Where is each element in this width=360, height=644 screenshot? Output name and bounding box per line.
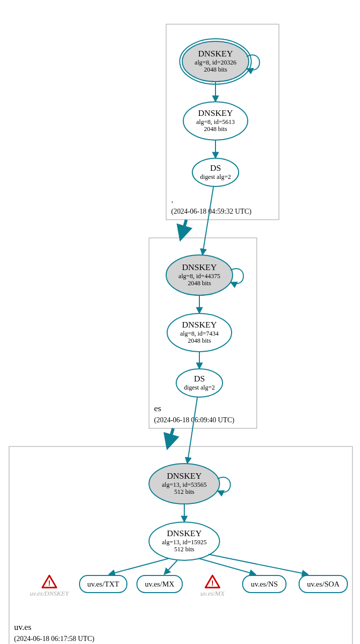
edge-record	[109, 558, 169, 574]
node-uv_ksk: DNSKEYalg=13, id=53565512 bits	[149, 464, 220, 504]
record-txt: uv.es/TXT	[80, 575, 127, 593]
record-label: uv.es/SOA	[307, 580, 340, 588]
node-title: DNSKEY	[182, 320, 217, 330]
node-root_ds: DSdigest alg=2	[192, 158, 239, 186]
node-title: DNSKEY	[198, 108, 233, 118]
edge-ds	[202, 186, 213, 255]
node-title: DS	[194, 374, 205, 383]
node-sub2: 2048 bits	[204, 125, 227, 133]
node-title: DNSKEY	[198, 49, 233, 58]
node-es_ksk: DNSKEYalg=8, id=443752048 bits	[166, 255, 233, 295]
zone-timestamp: (2024-06-18 04:59:32 UTC)	[171, 208, 252, 216]
node-title: DNSKEY	[182, 263, 217, 272]
node-es_ds: DSdigest alg=2	[176, 369, 223, 397]
zone-name: .	[171, 195, 173, 205]
node-title: DNSKEY	[167, 529, 202, 538]
warn-dnskey: !uv.es/DNSKEY	[30, 575, 69, 597]
record-label: uv.es/TXT	[87, 580, 119, 588]
edge-record	[208, 554, 308, 574]
edge-record	[198, 558, 256, 574]
zone-name: uv.es	[14, 622, 31, 632]
node-sub2: 2048 bits	[204, 66, 227, 73]
svg-text:!: !	[48, 578, 51, 587]
record-mx: uv.es/MX	[137, 575, 182, 593]
node-root_ksk: DNSKEYalg=8, id=203262048 bits	[180, 39, 251, 84]
dnssec-diagram: .(2024-06-18 04:59:32 UTC)es(2024-06-18 …	[0, 0, 360, 644]
warning-label: uv.es/MX	[200, 590, 225, 597]
edge-record	[164, 560, 177, 574]
node-sub2: 2048 bits	[188, 280, 211, 287]
edge-zone	[181, 220, 186, 237]
node-sub2: 2048 bits	[188, 337, 211, 344]
node-root_zsk: DNSKEYalg=8, id=56132048 bits	[183, 102, 248, 140]
node-sub1: alg=13, id=15925	[162, 539, 206, 546]
node-sub1: alg=8, id=5613	[196, 118, 235, 125]
node-sub1: alg=8, id=20326	[195, 59, 237, 66]
node-sub1: digest alg=2	[200, 173, 231, 180]
node-sub2: 512 bits	[174, 488, 194, 495]
node-sub1: digest alg=2	[184, 384, 215, 391]
record-soa: uv.es/SOA	[299, 575, 347, 593]
node-sub1: alg=8, id=44375	[179, 273, 221, 280]
node-sub1: alg=8, id=7434	[180, 330, 219, 337]
warn-mx: !uv.es/MX	[200, 575, 225, 597]
record-ns: uv.es/NS	[243, 575, 286, 593]
node-sub1: alg=13, id=53565	[162, 481, 206, 488]
record-label: uv.es/NS	[251, 580, 278, 588]
edge-ds	[187, 397, 197, 464]
node-title: DNSKEY	[167, 471, 202, 481]
zone-timestamp: (2024-06-18 06:17:58 UTC)	[14, 635, 95, 643]
node-sub2: 512 bits	[174, 546, 194, 553]
edge-zone	[168, 428, 173, 445]
node-title: DS	[210, 163, 221, 173]
record-label: uv.es/MX	[145, 580, 175, 588]
node-es_zsk: DNSKEYalg=8, id=74342048 bits	[167, 313, 232, 352]
svg-text:!: !	[211, 578, 214, 587]
zone-name: es	[154, 404, 161, 413]
warning-label: uv.es/DNSKEY	[30, 590, 69, 597]
